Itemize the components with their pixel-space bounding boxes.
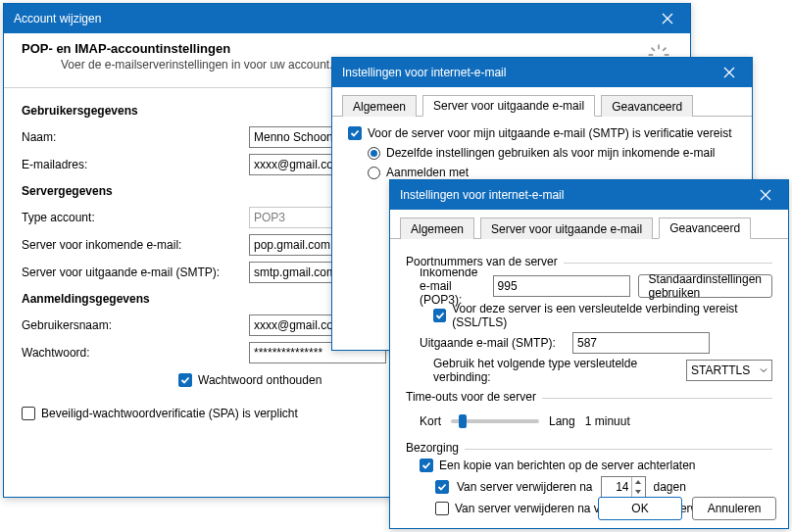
radio-icon [368, 147, 380, 160]
tab-outgoing-server[interactable]: Server voor uitgaande e-mail [480, 218, 653, 239]
timeout-long-label: Lang [549, 414, 575, 428]
spinner-down-icon[interactable] [632, 487, 645, 497]
tab-bar: Algemeen Server voor uitgaande e-mail Ge… [390, 210, 788, 239]
days-value: 14 [602, 480, 631, 494]
timeout-short-label: Kort [420, 414, 441, 428]
smtp-auth-required-label: Voor de server voor mijn uitgaande e-mai… [368, 126, 731, 140]
section-delivery: Bezorging [406, 441, 772, 455]
remember-password-label: Wachtwoord onthouden [198, 373, 322, 387]
internet-email-settings-dialog-advanced: Instellingen voor internet-e-mail Algeme… [389, 179, 789, 529]
ssl-required-checkbox[interactable]: Voor deze server is een versleutelde ver… [433, 302, 772, 329]
dialog-footer: OK Annuleren [598, 497, 776, 520]
use-defaults-button[interactable]: Standaardinstellingen gebruiken [638, 274, 772, 298]
section-timeouts: Time-outs voor de server [406, 390, 772, 404]
incoming-server-label: Server voor inkomende e-mail: [22, 238, 241, 252]
remove-after-days-checkbox[interactable]: Van server verwijderen na 14 dagen [435, 476, 772, 498]
remove-after-days-pre-label: Van server verwijderen na [457, 480, 593, 494]
titlebar: Instellingen voor internet-e-mail [332, 58, 752, 87]
checkbox-icon [348, 126, 362, 140]
titlebar: Account wijzigen [4, 4, 690, 33]
leave-copy-label: Een kopie van berichten op de server ach… [439, 459, 696, 472]
dialog-title: Instellingen voor internet-e-mail [342, 66, 713, 79]
days-spinner[interactable]: 14 [601, 476, 646, 498]
use-same-settings-radio[interactable]: Dezelfde instellingen gebruiken als voor… [368, 146, 736, 160]
section-server-ports: Poortnummers van de server [406, 255, 772, 268]
tab-outgoing-server[interactable]: Server voor uitgaande e-mail [422, 95, 595, 117]
checkbox-icon [435, 502, 449, 515]
dialog-title: Instellingen voor internet-e-mail [400, 188, 749, 202]
login-with-label: Aanmelden met [386, 166, 469, 179]
cancel-button[interactable]: Annuleren [692, 497, 776, 520]
account-type-label: Type account: [22, 211, 241, 224]
spa-label: Beveiligd-wachtwoordverificatie (SPA) is… [41, 407, 298, 420]
ssl-required-label: Voor deze server is een versleutelde ver… [452, 302, 772, 329]
checkbox-icon [433, 309, 446, 322]
spinner-up-icon[interactable] [632, 477, 645, 487]
tab-advanced[interactable]: Geavanceerd [659, 218, 751, 239]
dialog-subheading: Voer de e-mailserverinstellingen in voor… [61, 58, 332, 72]
close-icon [760, 189, 771, 201]
close-icon [723, 67, 735, 78]
spa-checkbox[interactable]: Beveiligd-wachtwoordverificatie (SPA) is… [22, 407, 298, 420]
username-label: Gebruikersnaam: [22, 318, 241, 332]
checkbox-icon [22, 407, 35, 420]
tab-general[interactable]: Algemeen [400, 218, 474, 239]
slider-thumb-icon [459, 414, 467, 428]
tab-advanced[interactable]: Geavanceerd [601, 95, 693, 117]
incoming-port-input[interactable] [493, 275, 630, 297]
remove-after-days-post-label: dagen [654, 480, 686, 494]
checkbox-icon [178, 373, 192, 387]
dialog-title: Account wijzigen [14, 12, 651, 25]
radio-icon [368, 167, 380, 179]
incoming-port-label: Inkomende e-mail (POP3): [420, 266, 485, 307]
checkbox-icon [420, 459, 433, 472]
password-label: Wachtwoord: [22, 346, 241, 360]
smtp-auth-required-checkbox[interactable]: Voor de server voor mijn uitgaande e-mai… [348, 126, 736, 140]
encryption-type-value: STARTTLS [691, 363, 750, 377]
login-with-radio[interactable]: Aanmelden met [368, 166, 736, 179]
remember-password-checkbox[interactable]: Wachtwoord onthouden [178, 373, 322, 387]
use-same-settings-label: Dezelfde instellingen gebruiken als voor… [386, 146, 716, 160]
name-label: Naam: [22, 130, 241, 144]
checkbox-icon [435, 480, 449, 494]
close-button[interactable] [651, 8, 684, 29]
outgoing-port-label: Uitgaande e-mail (SMTP): [420, 336, 565, 350]
outgoing-port-input[interactable] [572, 332, 710, 354]
chevron-down-icon [760, 366, 767, 374]
outgoing-server-label: Server voor uitgaande e-mail (SMTP): [22, 266, 241, 279]
tab-bar: Algemeen Server voor uitgaande e-mail Ge… [332, 87, 752, 117]
timeout-slider[interactable] [451, 419, 539, 423]
leave-copy-checkbox[interactable]: Een kopie van berichten op de server ach… [420, 459, 772, 472]
titlebar: Instellingen voor internet-e-mail [390, 180, 788, 210]
encryption-type-select[interactable]: STARTTLS [686, 360, 772, 381]
close-button[interactable] [749, 184, 782, 206]
close-icon [662, 13, 673, 24]
timeout-value: 1 minuut [585, 414, 630, 428]
dialog-heading: POP- en IMAP-accountinstellingen [22, 41, 332, 56]
ok-button[interactable]: OK [598, 497, 682, 520]
email-label: E-mailadres: [22, 158, 241, 171]
tab-general[interactable]: Algemeen [342, 95, 417, 117]
encryption-type-label: Gebruik het volgende type versleutelde v… [433, 357, 678, 384]
close-button[interactable] [713, 62, 746, 83]
